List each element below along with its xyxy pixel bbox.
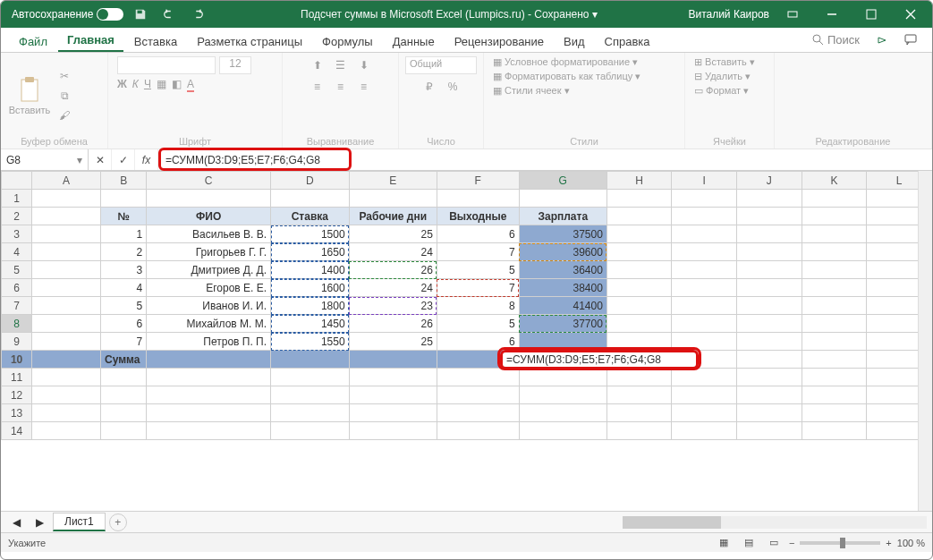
align-right-icon[interactable]: ≡ bbox=[354, 78, 374, 96]
font-family-dropdown[interactable] bbox=[117, 56, 216, 74]
cell-edit-overlay[interactable]: =СУММ(D3:D9;E5;E7;F6;G4;G8 bbox=[500, 350, 699, 369]
formula-input[interactable]: =СУММ(D3:D9;E5;E7;F6;G4;G8 bbox=[158, 149, 932, 170]
format-cells-button[interactable]: ▭ Формат ▾ bbox=[694, 85, 749, 97]
font-size-dropdown[interactable]: 12 bbox=[219, 56, 251, 74]
sum-label: Сумма bbox=[101, 351, 147, 369]
close-icon[interactable] bbox=[895, 2, 927, 27]
tab-data[interactable]: Данные bbox=[384, 30, 444, 52]
ribbon-tabs: Файл Главная Вставка Разметка страницы Ф… bbox=[1, 28, 932, 53]
group-align-label: Выравнивание bbox=[292, 134, 389, 147]
svg-rect-0 bbox=[788, 12, 797, 17]
group-editing-label: Редактирование bbox=[784, 134, 922, 147]
bold-icon[interactable]: Ж bbox=[117, 78, 127, 90]
tell-me-search[interactable]: Поиск bbox=[805, 31, 866, 48]
group-styles-label: Стили bbox=[493, 134, 675, 147]
tab-help[interactable]: Справка bbox=[596, 30, 659, 52]
add-sheet-button[interactable]: + bbox=[109, 513, 127, 531]
align-left-icon[interactable]: ≡ bbox=[308, 78, 327, 96]
worksheet-grid[interactable]: ABCDEFGHIJKL 1 2 № ФИО Ставка Рабочие дн… bbox=[1, 171, 932, 511]
annotation-highlight bbox=[158, 148, 352, 171]
maximize-icon[interactable] bbox=[855, 2, 887, 27]
name-box[interactable]: G8 ▾ bbox=[1, 149, 89, 170]
sheet-tab-bar: ◀ ▶ Лист1 + bbox=[1, 511, 932, 532]
format-painter-icon[interactable]: 🖌 bbox=[55, 106, 74, 124]
formula-bar: G8 ▾ ✕ ✓ fx =СУММ(D3:D9;E5;E7;F6;G4;G8 bbox=[1, 149, 932, 171]
svg-rect-6 bbox=[21, 80, 38, 101]
font-color-icon[interactable]: А bbox=[187, 78, 194, 90]
delete-cells-button[interactable]: ⊟ Удалить ▾ bbox=[694, 71, 751, 82]
fill-color-icon[interactable]: ◧ bbox=[172, 78, 182, 90]
cancel-formula-icon[interactable]: ✕ bbox=[89, 149, 112, 170]
align-center-icon[interactable]: ≡ bbox=[331, 78, 351, 96]
tab-file[interactable]: Файл bbox=[10, 30, 56, 52]
undo-icon[interactable] bbox=[157, 4, 181, 24]
document-title: Подсчет суммы в Microsoft Excel (Lumpics… bbox=[209, 8, 688, 21]
svg-rect-2 bbox=[867, 10, 876, 19]
header-off: Выходные bbox=[437, 208, 519, 225]
tab-review[interactable]: Рецензирование bbox=[445, 30, 553, 52]
tab-insert[interactable]: Вставка bbox=[125, 30, 186, 52]
align-middle-icon[interactable]: ☰ bbox=[331, 56, 351, 74]
select-all-cell[interactable] bbox=[2, 172, 32, 190]
currency-icon[interactable]: ₽ bbox=[420, 78, 439, 96]
italic-icon[interactable]: К bbox=[132, 78, 139, 90]
view-page-break-icon[interactable]: ▭ bbox=[764, 534, 784, 552]
align-bottom-icon[interactable]: ⬇ bbox=[354, 56, 374, 74]
underline-icon[interactable]: Ч bbox=[144, 78, 151, 90]
sheet-tab[interactable]: Лист1 bbox=[53, 513, 106, 531]
share-button[interactable] bbox=[869, 29, 895, 50]
svg-point-3 bbox=[813, 35, 820, 42]
ribbon-options-icon[interactable] bbox=[776, 2, 809, 27]
vertical-scrollbar[interactable] bbox=[918, 171, 932, 511]
horizontal-scrollbar[interactable] bbox=[623, 516, 927, 529]
comments-button[interactable] bbox=[898, 29, 923, 50]
chevron-down-icon: ▾ bbox=[77, 154, 82, 166]
paste-button[interactable]: Вставить bbox=[10, 64, 49, 127]
minimize-icon[interactable] bbox=[816, 2, 848, 27]
zoom-out-icon[interactable]: − bbox=[789, 538, 794, 548]
header-pay: Зарплата bbox=[519, 208, 606, 225]
insert-cells-button[interactable]: ⊞ Вставить ▾ bbox=[694, 56, 755, 68]
header-rate: Ставка bbox=[271, 208, 350, 225]
zoom-in-icon[interactable]: + bbox=[886, 538, 891, 548]
title-bar: Автосохранение Подсчет суммы в Microsoft… bbox=[1, 1, 932, 28]
ribbon: Вставить ✂ ⧉ 🖌 Буфер обмена 12 Ж К bbox=[1, 53, 932, 149]
border-icon[interactable]: ▦ bbox=[157, 78, 166, 90]
sheet-nav-prev-icon[interactable]: ◀ bbox=[6, 513, 26, 531]
zoom-level[interactable]: 100 % bbox=[897, 538, 925, 548]
cell-styles-button[interactable]: ▦ Стили ячеек ▾ bbox=[493, 85, 570, 97]
redo-icon[interactable] bbox=[186, 4, 209, 24]
svg-rect-5 bbox=[905, 35, 916, 42]
group-font-label: Шрифт bbox=[117, 134, 273, 147]
search-icon bbox=[811, 33, 824, 46]
group-number-label: Число bbox=[408, 134, 474, 147]
group-clipboard-label: Буфер обмена bbox=[10, 134, 98, 147]
save-icon[interactable] bbox=[129, 4, 152, 24]
svg-rect-7 bbox=[25, 77, 34, 82]
tab-formulas[interactable]: Формулы bbox=[313, 30, 382, 52]
cut-icon[interactable]: ✂ bbox=[55, 67, 74, 85]
user-name: Виталий Каиров bbox=[688, 8, 769, 21]
tab-home[interactable]: Главная bbox=[58, 29, 123, 52]
status-bar: Укажите ▦ ▤ ▭ − + 100 % bbox=[1, 532, 932, 552]
sheet-nav-next-icon[interactable]: ▶ bbox=[30, 513, 49, 531]
group-cells-label: Ячейки bbox=[694, 134, 765, 147]
percent-icon[interactable]: % bbox=[443, 78, 462, 96]
view-page-layout-icon[interactable]: ▤ bbox=[739, 534, 759, 552]
copy-icon[interactable]: ⧉ bbox=[55, 87, 74, 105]
status-mode: Укажите bbox=[8, 538, 46, 548]
header-fio: ФИО bbox=[147, 208, 271, 225]
tab-layout[interactable]: Разметка страницы bbox=[188, 30, 311, 52]
autosave-toggle[interactable]: Автосохранение bbox=[12, 8, 123, 21]
align-top-icon[interactable]: ⬆ bbox=[308, 56, 327, 74]
number-format-dropdown[interactable]: Общий bbox=[405, 56, 477, 74]
enter-formula-icon[interactable]: ✓ bbox=[112, 149, 135, 170]
fx-icon[interactable]: fx bbox=[135, 149, 158, 170]
view-normal-icon[interactable]: ▦ bbox=[714, 534, 734, 552]
tab-view[interactable]: Вид bbox=[555, 30, 594, 52]
header-n: № bbox=[101, 208, 147, 225]
column-headers[interactable]: ABCDEFGHIJKL bbox=[2, 172, 932, 190]
zoom-slider[interactable] bbox=[800, 541, 880, 545]
format-as-table-button[interactable]: ▦ Форматировать как таблицу ▾ bbox=[493, 71, 640, 82]
conditional-formatting-button[interactable]: ▦ Условное форматирование ▾ bbox=[493, 56, 638, 68]
